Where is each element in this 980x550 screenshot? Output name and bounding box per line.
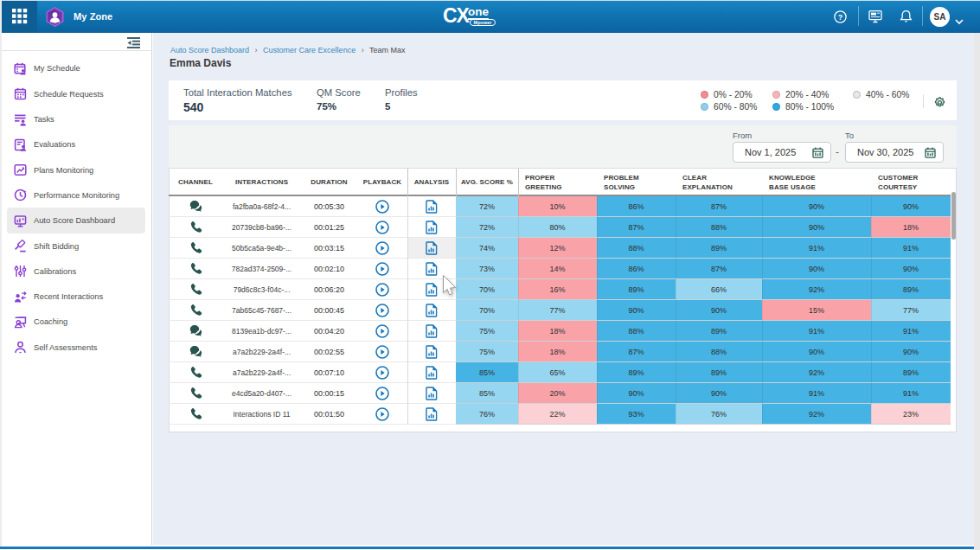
svg-text:?: ?: [838, 13, 843, 22]
